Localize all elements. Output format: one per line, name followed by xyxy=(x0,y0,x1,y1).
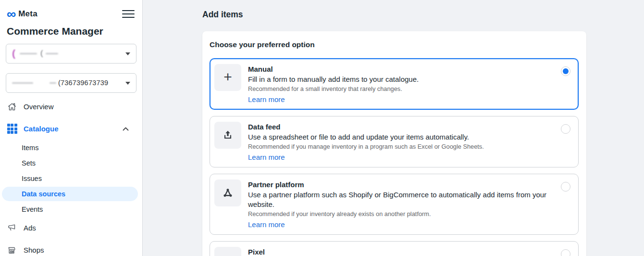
option-recommendation: Recommended for a small inventory that r… xyxy=(248,85,555,93)
catalogue-id-text: (736739673739 xyxy=(58,79,108,87)
sidebar-item-shops[interactable]: Shops xyxy=(0,242,142,256)
home-icon xyxy=(7,102,17,112)
business-selector-dropdown[interactable]: ( ( xyxy=(6,44,136,64)
option-description: Use a spreadsheet or file to add and upd… xyxy=(248,132,555,142)
megaphone-icon xyxy=(7,223,17,233)
sidebar-item-overview[interactable]: Overview xyxy=(0,99,142,115)
option-recommendation: Recommended if you manage inventory in a… xyxy=(248,142,555,151)
meta-infinity-icon: ∞ xyxy=(7,9,16,19)
option-recommendation: Recommended if your inventory already ex… xyxy=(248,210,555,218)
sidebar-item-catalogue[interactable]: Catalogue xyxy=(0,121,142,137)
plus-icon: + xyxy=(214,64,241,91)
option-partner-platform[interactable]: Partner platform Use a partner platform … xyxy=(210,174,579,235)
sidebar-item-label: Ads xyxy=(24,224,36,231)
catalogue-submenu: Items Sets Issues Data sources Events xyxy=(0,140,142,217)
app-title: Commerce Manager xyxy=(7,26,142,37)
option-title: Partner platform xyxy=(248,180,555,190)
redacted-text: ( xyxy=(40,49,43,58)
sidebar-item-issues[interactable]: Issues xyxy=(0,171,142,186)
main-content: Add items Choose your preferred option +… xyxy=(143,0,644,256)
option-title: Manual xyxy=(248,64,555,74)
redaction-blur xyxy=(12,82,33,84)
redaction-blur xyxy=(46,53,58,54)
radio-data-feed[interactable] xyxy=(561,124,570,134)
option-description: Fill in a form to manually add items to … xyxy=(248,75,555,84)
learn-more-link[interactable]: Learn more xyxy=(248,95,285,104)
network-icon xyxy=(214,179,241,206)
meta-logo[interactable]: ∞ Meta xyxy=(7,9,37,19)
caret-down-icon xyxy=(125,82,130,85)
option-data-feed[interactable]: Data feed Use a spreadsheet or file to a… xyxy=(210,116,579,167)
sidebar-item-ads[interactable]: Ads xyxy=(0,220,142,236)
sidebar-item-sets[interactable]: Sets xyxy=(0,155,142,171)
sidebar-item-label: Shops xyxy=(24,246,44,254)
option-list: + Manual Fill in a form to manually add … xyxy=(210,58,579,256)
radio-pixel[interactable] xyxy=(561,249,570,256)
catalogue-selector-dropdown[interactable]: (736739673739 xyxy=(6,73,136,93)
redaction-blur xyxy=(50,82,56,84)
meta-logo-text: Meta xyxy=(18,9,37,19)
option-description: Use a partner platform such as Shopify o… xyxy=(248,190,555,209)
code-icon: </> xyxy=(214,247,241,256)
option-manual[interactable]: + Manual Fill in a form to manually add … xyxy=(210,58,579,110)
storefront-icon xyxy=(7,245,17,256)
sidebar-item-label: Overview xyxy=(24,103,54,110)
sidebar-item-label: Catalogue xyxy=(24,125,59,132)
sidebar-item-items[interactable]: Items xyxy=(0,140,142,155)
learn-more-link[interactable]: Learn more xyxy=(248,153,285,162)
sidebar-item-events[interactable]: Events xyxy=(0,202,142,217)
grid-icon xyxy=(7,124,17,134)
page-title: Add items xyxy=(202,10,644,19)
redaction-blur xyxy=(20,53,37,54)
sidebar: ∞ Meta Commerce Manager ( ( (73673967373… xyxy=(0,0,143,256)
sidebar-nav: Overview Catalogue Items Sets Issues Dat… xyxy=(0,99,142,256)
radio-manual[interactable] xyxy=(561,66,570,76)
option-title: Pixel xyxy=(248,247,555,256)
option-pixel[interactable]: </> Pixel Use your Facebook pixel to aut… xyxy=(210,241,579,256)
upload-icon xyxy=(214,122,241,149)
option-title: Data feed xyxy=(248,122,555,132)
learn-more-link[interactable]: Learn more xyxy=(248,220,285,229)
add-items-card: Choose your preferred option + Manual Fi… xyxy=(202,31,586,256)
card-title: Choose your preferred option xyxy=(210,40,579,50)
chevron-up-icon[interactable] xyxy=(123,127,129,131)
redacted-business-name: ( xyxy=(12,48,15,59)
caret-down-icon xyxy=(125,52,130,55)
sidebar-item-data-sources[interactable]: Data sources xyxy=(2,187,138,201)
radio-partner-platform[interactable] xyxy=(561,182,570,192)
menu-icon[interactable] xyxy=(122,7,135,21)
